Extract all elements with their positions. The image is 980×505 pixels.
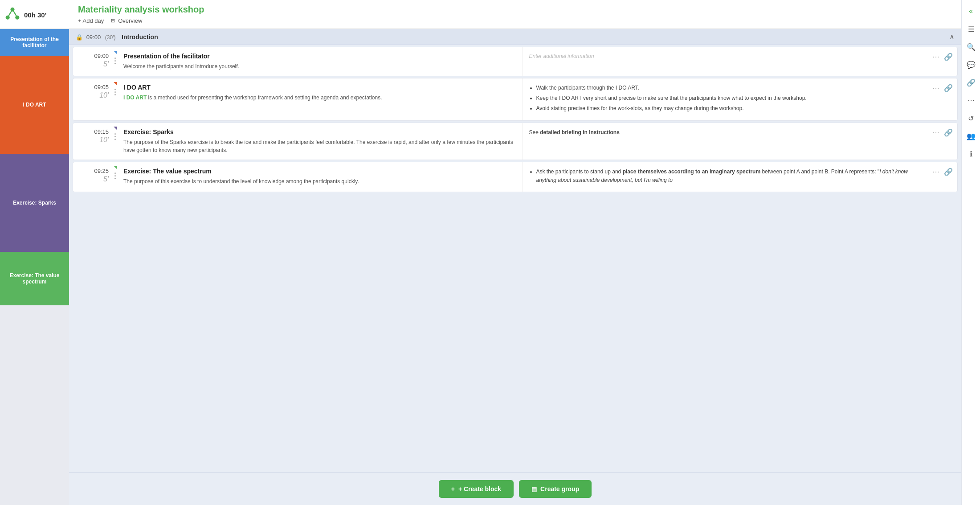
app-logo-icon [4, 6, 20, 22]
main-content: Materiality analysis workshop + Add day … [69, 0, 961, 505]
block-main: Exercise: Sparks The purpose of the Spar… [117, 123, 523, 160]
page-footer: + + Create block ▤ Create group [69, 472, 961, 505]
group-duration: (30') [105, 34, 116, 41]
create-block-button[interactable]: + + Create block [439, 480, 514, 498]
block-start-time: 09:25 [78, 168, 109, 174]
create-group-icon: ▤ [531, 486, 537, 493]
app-logo-area: 00h 30' [0, 0, 69, 29]
block-content-area: Presentation of the facilitator Welcome … [117, 47, 928, 76]
block-time-col: 09:25 5' [73, 162, 113, 192]
indicator-dots [114, 172, 116, 179]
schedule-container: 🔒 09:00 (30') Introduction ∧ 09:00 5' [69, 29, 961, 472]
block-indicator [113, 47, 117, 76]
block-description: The purpose of the Sparks exercise is to… [123, 138, 516, 154]
block-duration: 5' [78, 175, 109, 183]
time-value: 00h 30' [24, 11, 46, 19]
header-actions: + Add day ⊞ Overview [78, 17, 952, 24]
block-attach-button[interactable]: 🔗 [943, 167, 954, 177]
search-icon[interactable]: 🔍 [964, 39, 979, 54]
block-indicator [113, 162, 117, 192]
block-more-button[interactable]: ⋯ [931, 83, 940, 93]
block-main: Presentation of the facilitator Welcome … [117, 47, 523, 76]
block-notes-content: See detailed briefing in Instructions [529, 128, 922, 137]
link-icon[interactable]: 🔗 [964, 75, 979, 90]
block-attach-button[interactable]: 🔗 [943, 83, 954, 93]
block-title: Presentation of the facilitator [123, 53, 516, 60]
page-header: Materiality analysis workshop + Add day … [69, 0, 961, 29]
group-header: 🔒 09:00 (30') Introduction ∧ [69, 29, 961, 45]
block-more-button[interactable]: ⋯ [931, 167, 940, 177]
block-notes: Walk the participants through the I DO A… [523, 78, 928, 120]
overview-button[interactable]: ⊞ Overview [111, 17, 142, 24]
block-content-area: I DO ART I DO ART is a method used for p… [117, 78, 928, 120]
create-group-label: Create group [540, 485, 579, 493]
block-actions: ⋯ 🔗 [928, 162, 957, 192]
page-title: Materiality analysis workshop [78, 4, 952, 15]
time-display: 00h 30' [24, 9, 46, 19]
block-notes: Ask the participants to stand up and pla… [523, 162, 928, 192]
block-more-button[interactable]: ⋯ [931, 52, 940, 62]
block-actions: ⋯ 🔗 [928, 123, 957, 160]
indicator-dots [114, 89, 116, 95]
block-description: Welcome the participants and Introduce y… [123, 62, 516, 70]
indicator-dots [114, 133, 116, 140]
overview-icon: ⊞ [111, 18, 115, 24]
indicator-triangle [114, 127, 117, 130]
lock-icon: 🔒 [76, 34, 83, 41]
block-main: Exercise: The value spectrum The purpose… [117, 162, 523, 192]
block-time-col: 09:00 5' [73, 47, 113, 76]
block-content-area: Exercise: The value spectrum The purpose… [117, 162, 928, 192]
history-icon[interactable]: ↺ [964, 111, 979, 126]
add-day-button[interactable]: + Add day [78, 17, 104, 24]
svg-line-4 [12, 9, 17, 17]
block-notes-placeholder: Enter additional information [529, 53, 594, 59]
sidebar-item-presentation[interactable]: Presentation of the facilitator [0, 29, 69, 56]
info-icon[interactable]: ℹ [964, 146, 979, 161]
block-start-time: 09:15 [78, 128, 109, 135]
block-content-area: Exercise: Sparks The purpose of the Spar… [117, 123, 928, 160]
menu-icon[interactable]: ☰ [964, 21, 979, 37]
block-start-time: 09:05 [78, 84, 109, 90]
block-duration: 10' [78, 91, 109, 99]
group-collapse-button[interactable]: ∧ [949, 33, 955, 41]
block-title: I DO ART [123, 84, 516, 91]
list-item: Ask the participants to stand up and pla… [536, 168, 922, 185]
sidebar-item-sparks[interactable]: Exercise: Sparks [0, 154, 69, 252]
people-icon[interactable]: 👥 [964, 128, 979, 144]
indicator-dots [114, 57, 116, 64]
block-description: The purpose of this exercise is to under… [123, 177, 516, 185]
more-dots-icon[interactable]: ⋯ [964, 93, 979, 108]
group-title: Introduction [122, 33, 158, 41]
sidebar-item-ido-art[interactable]: I DO ART [0, 56, 69, 154]
table-row: 09:15 10' Exercise: Sparks The purpose o… [73, 123, 958, 160]
block-actions: ⋯ 🔗 [928, 78, 957, 120]
block-more-button[interactable]: ⋯ [931, 127, 940, 138]
block-title: Exercise: Sparks [123, 128, 516, 135]
table-row: 09:00 5' Presentation of the facilitator… [73, 47, 958, 76]
chat-icon[interactable]: 💬 [964, 57, 979, 72]
block-notes[interactable]: Enter additional information [523, 47, 928, 76]
list-item: Avoid stating precise times for the work… [536, 104, 922, 113]
block-notes: See detailed briefing in Instructions [523, 123, 928, 160]
block-attach-button[interactable]: 🔗 [943, 52, 954, 62]
create-group-button[interactable]: ▤ Create group [519, 480, 592, 498]
svg-line-3 [8, 9, 12, 17]
create-block-label: + Create block [458, 485, 501, 493]
create-block-plus-icon: + [451, 485, 455, 493]
block-title: Exercise: The value spectrum [123, 168, 516, 175]
block-actions: ⋯ 🔗 [928, 47, 957, 76]
ido-art-description-suffix: is a method used for presenting the work… [148, 94, 382, 101]
chevron-left-icon[interactable]: « [964, 4, 979, 19]
sidebar-item-value-spectrum[interactable]: Exercise: The value spectrum [0, 252, 69, 305]
indicator-triangle [114, 166, 117, 169]
sidebar-items-list: Presentation of the facilitator I DO ART… [0, 29, 69, 505]
indicator-triangle [114, 82, 117, 85]
list-item: Walk the participants through the I DO A… [536, 84, 922, 92]
block-attach-button[interactable]: 🔗 [943, 127, 954, 138]
block-duration: 10' [78, 136, 109, 144]
block-main: I DO ART I DO ART is a method used for p… [117, 78, 523, 120]
group-time: 09:00 [86, 34, 101, 41]
ido-art-highlight: I DO ART [123, 94, 147, 101]
block-indicator [113, 78, 117, 120]
block-time-col: 09:15 10' [73, 123, 113, 160]
